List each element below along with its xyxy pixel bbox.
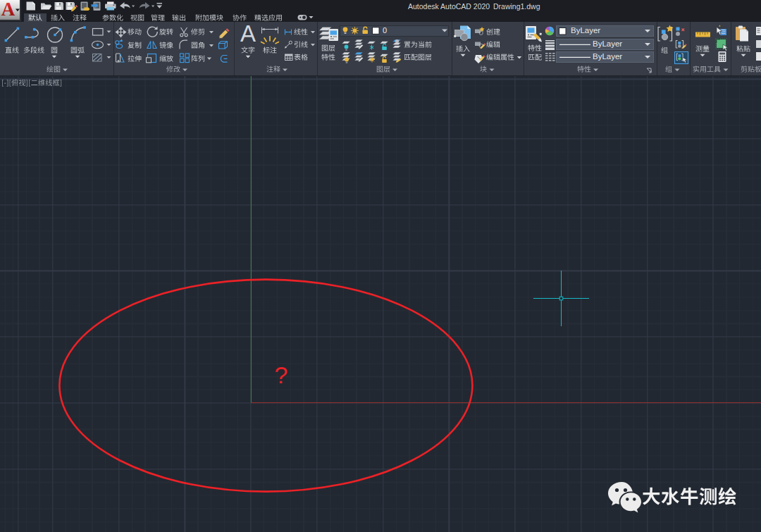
svg-text:A: A [1, 0, 16, 20]
